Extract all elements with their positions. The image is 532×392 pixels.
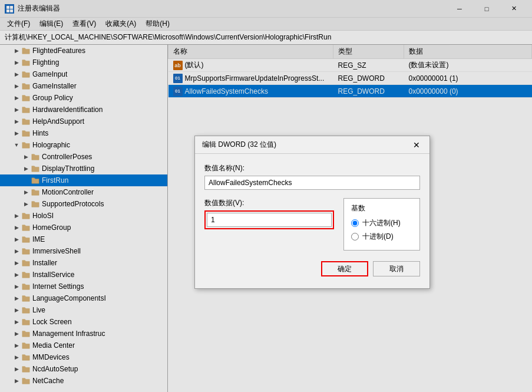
data-input[interactable] bbox=[207, 213, 332, 227]
edit-dword-dialog: 编辑 DWORD (32 位值) ✕ 数值名称(N): 数值数据(V): 基数 bbox=[194, 136, 430, 289]
cancel-button[interactable]: 取消 bbox=[373, 261, 420, 276]
base-label: 基数 bbox=[351, 203, 412, 213]
dialog-close-button[interactable]: ✕ bbox=[411, 139, 422, 151]
dialog-title: 编辑 DWORD (32 位值) bbox=[202, 140, 276, 150]
radio-hex[interactable]: 十六进制(H) bbox=[351, 218, 412, 228]
dialog-buttons: 确定 取消 bbox=[204, 259, 420, 279]
name-label: 数值名称(N): bbox=[204, 163, 420, 173]
hex-radio[interactable] bbox=[351, 219, 359, 227]
dialog-body: 数值名称(N): 数值数据(V): 基数 十六进制(H) bbox=[195, 154, 429, 288]
value-input-box bbox=[204, 210, 334, 229]
hex-label: 十六进制(H) bbox=[362, 218, 401, 228]
name-input[interactable] bbox=[204, 176, 420, 190]
dialog-title-bar: 编辑 DWORD (32 位值) ✕ bbox=[195, 136, 429, 154]
dec-label: 十进制(D) bbox=[362, 232, 394, 242]
ok-button[interactable]: 确定 bbox=[321, 261, 368, 276]
value-section: 数值数据(V): bbox=[204, 198, 334, 229]
data-label: 数值数据(V): bbox=[204, 198, 334, 208]
radio-dec[interactable]: 十进制(D) bbox=[351, 232, 412, 242]
base-group: 基数 十六进制(H) 十进制(D) bbox=[343, 198, 420, 251]
dec-radio[interactable] bbox=[351, 233, 359, 241]
dialog-overlay: 编辑 DWORD (32 位值) ✕ 数值名称(N): 数值数据(V): 基数 bbox=[0, 0, 532, 392]
